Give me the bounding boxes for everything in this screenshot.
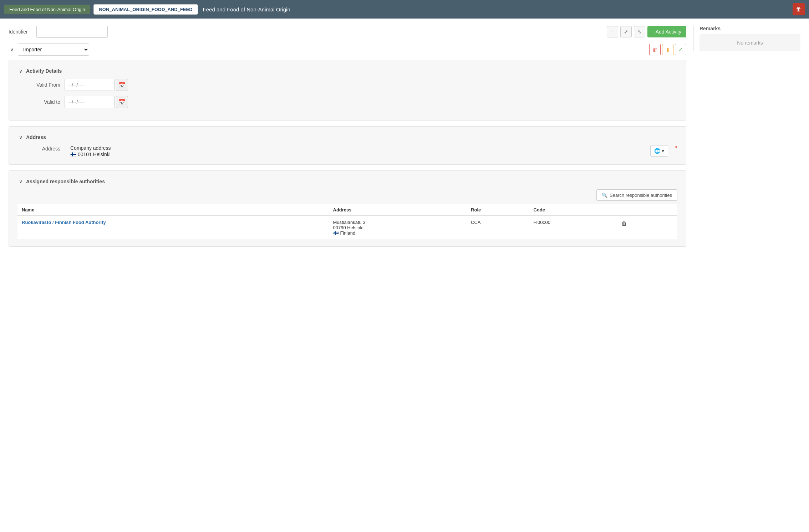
globe-icon: 🌐 bbox=[654, 148, 660, 154]
valid-to-label: Valid to bbox=[17, 99, 60, 105]
authority-address-cell: Mustialankatu 3 00790 Helsinki 🇫🇮 Finlan… bbox=[329, 216, 467, 239]
col-name: Name bbox=[17, 204, 329, 216]
collapse-address-button[interactable]: ∨ bbox=[17, 134, 24, 141]
authority-address-line2: 00790 Helsinki bbox=[333, 225, 463, 230]
responsible-authorities-card: ∨ Assigned responsible authorities 🔍 Sea… bbox=[9, 170, 686, 247]
valid-to-input-group: 📅 bbox=[65, 96, 128, 108]
page-right: Remarks No remarks bbox=[693, 26, 800, 51]
toolbar-right: − ⤢ ⤡ +Add Activity bbox=[607, 26, 686, 37]
address-city: 00101 Helsinki bbox=[78, 152, 111, 157]
address-row: Address Company address 🇫🇮 00101 Helsink… bbox=[17, 145, 677, 157]
tab-inactive[interactable]: Feed and Food of Non-Animal Origin bbox=[4, 5, 90, 14]
authority-role-cell: CCA bbox=[467, 216, 529, 239]
responsible-authorities-header: ∨ Assigned responsible authorities bbox=[17, 178, 677, 185]
dropdown-arrow-icon: ▾ bbox=[662, 148, 664, 154]
header-delete-button[interactable]: 🗑 bbox=[793, 3, 805, 15]
valid-to-row: Valid to 📅 bbox=[17, 96, 677, 108]
authority-address-line1: Mustialankatu 3 bbox=[333, 220, 463, 225]
page-title: Feed and Food of Non-Animal Origin bbox=[203, 6, 789, 12]
identifier-label: Identifier bbox=[9, 29, 28, 35]
search-icon: 🔍 bbox=[602, 193, 607, 198]
table-row: Ruokavirasto / Finnish Food Authority Mu… bbox=[17, 216, 677, 239]
table-header-row: Name Address Role Code bbox=[17, 204, 677, 216]
responsible-authorities-title: Assigned responsible authorities bbox=[26, 179, 105, 184]
page-left: Identifier − ⤢ ⤡ +Add Activity ∨ Importe… bbox=[9, 26, 693, 252]
activity-details-title: Activity Details bbox=[26, 68, 62, 74]
globe-dropdown-button[interactable]: 🌐 ▾ bbox=[650, 145, 668, 157]
col-address: Address bbox=[329, 204, 467, 216]
confirm-activity-button[interactable]: ✓ bbox=[675, 44, 686, 55]
activity-row: ∨ Importer Exporter Manufacturer 🗑 ⏸ ✓ bbox=[9, 44, 686, 56]
collapse-activity-details-button[interactable]: ∨ bbox=[17, 67, 24, 75]
address-section-title: Address bbox=[26, 134, 46, 140]
col-role: Role bbox=[467, 204, 529, 216]
activity-details-card: ∨ Activity Details Valid From 📅 Valid to… bbox=[9, 60, 686, 121]
required-star: * bbox=[675, 145, 677, 152]
valid-from-label: Valid From bbox=[17, 82, 60, 88]
authority-address-line3: 🇫🇮 Finland bbox=[333, 230, 463, 236]
address-label: Address bbox=[17, 145, 60, 152]
address-card: ∨ Address Address Company address 🇫🇮 001… bbox=[9, 126, 686, 165]
delete-activity-button[interactable]: 🗑 bbox=[649, 44, 661, 55]
add-activity-button[interactable]: +Add Activity bbox=[647, 26, 686, 37]
search-row: 🔍 Search responsible authorities bbox=[17, 189, 677, 201]
valid-from-row: Valid From 📅 bbox=[17, 79, 677, 91]
tab-active[interactable]: NON_ANIMAL_ORIGIN_FOOD_AND_FEED bbox=[93, 4, 198, 15]
search-responsible-authorities-button[interactable]: 🔍 Search responsible authorities bbox=[596, 189, 677, 201]
header-bar: Feed and Food of Non-Animal Origin NON_A… bbox=[0, 0, 809, 19]
minimize-button[interactable]: − bbox=[607, 26, 618, 37]
authority-name-cell: Ruokavirasto / Finnish Food Authority bbox=[17, 216, 329, 239]
authority-country: Finland bbox=[340, 230, 356, 236]
remarks-title: Remarks bbox=[699, 26, 800, 31]
valid-from-input-group: 📅 bbox=[65, 79, 128, 91]
authority-delete-cell: 🗑 bbox=[615, 216, 677, 239]
col-actions bbox=[615, 204, 677, 216]
action-buttons: 🗑 ⏸ ✓ bbox=[649, 44, 686, 55]
address-content: Company address 🇫🇮 00101 Helsinki bbox=[70, 145, 645, 157]
address-sub-text: 🇫🇮 00101 Helsinki bbox=[70, 152, 645, 157]
search-button-label: Search responsible authorities bbox=[610, 193, 672, 198]
contract-button[interactable]: ⤢ bbox=[620, 26, 632, 37]
valid-from-calendar-button[interactable]: 📅 bbox=[116, 79, 128, 91]
main-content: Identifier − ⤢ ⤡ +Add Activity ∨ Importe… bbox=[0, 19, 809, 532]
identifier-input[interactable] bbox=[36, 26, 108, 38]
expand-button[interactable]: ⤡ bbox=[634, 26, 645, 37]
activity-details-header: ∨ Activity Details bbox=[17, 67, 677, 75]
collapse-authorities-button[interactable]: ∨ bbox=[17, 178, 24, 185]
valid-to-input[interactable] bbox=[65, 96, 115, 108]
activity-type-dropdown[interactable]: Importer Exporter Manufacturer bbox=[18, 44, 89, 56]
authority-name-link[interactable]: Ruokavirasto / Finnish Food Authority bbox=[22, 220, 106, 225]
address-main-text: Company address bbox=[70, 145, 645, 151]
address-flag-icon: 🇫🇮 bbox=[70, 152, 76, 157]
authority-flag-icon: 🇫🇮 bbox=[333, 230, 339, 236]
top-row: Identifier − ⤢ ⤡ +Add Activity bbox=[9, 26, 686, 38]
valid-from-input[interactable] bbox=[65, 79, 115, 91]
valid-to-calendar-button[interactable]: 📅 bbox=[116, 96, 128, 108]
authority-delete-button[interactable]: 🗑 bbox=[619, 220, 629, 227]
pause-activity-button[interactable]: ⏸ bbox=[662, 44, 673, 55]
authority-code-cell: FI00000 bbox=[529, 216, 615, 239]
address-header: ∨ Address bbox=[17, 134, 677, 141]
authorities-table: Name Address Role Code Ruokavirasto / Fi… bbox=[17, 204, 677, 239]
remarks-box: No remarks bbox=[699, 34, 800, 51]
col-code: Code bbox=[529, 204, 615, 216]
collapse-activity-button[interactable]: ∨ bbox=[9, 46, 15, 53]
